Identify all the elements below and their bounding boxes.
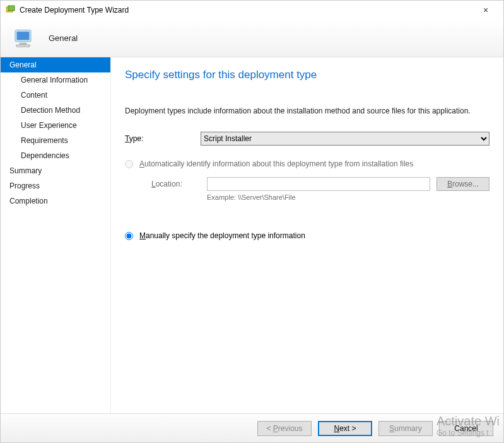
summary-button[interactable]: Summary (378, 421, 433, 436)
sidebar-step-requirements[interactable]: Requirements (1, 133, 110, 148)
auto-identify-row: Automatically identify information about… (125, 159, 489, 168)
content-pane: Specify settings for this deployment typ… (111, 57, 503, 413)
close-button[interactable]: × (473, 5, 498, 15)
sidebar-step-progress[interactable]: Progress (1, 178, 110, 193)
cancel-button[interactable]: Cancel (439, 421, 493, 436)
sidebar-step-completion[interactable]: Completion (1, 193, 110, 209)
page-heading: Specify settings for this deployment typ… (125, 69, 489, 81)
banner: General (1, 20, 503, 57)
svg-rect-4 (20, 42, 27, 44)
location-input[interactable] (207, 177, 430, 191)
computer-icon (12, 26, 37, 51)
svg-rect-1 (8, 6, 15, 11)
titlebar: Create Deployment Type Wizard × (1, 1, 503, 20)
sidebar-step-content[interactable]: Content (1, 88, 110, 103)
auto-identify-radio[interactable] (125, 160, 133, 168)
location-row: Location: Browse... (151, 177, 489, 191)
sidebar-step-detection-method[interactable]: Detection Method (1, 103, 110, 118)
window-title: Create Deployment Type Wizard (20, 6, 473, 14)
sidebar-step-general[interactable]: General (1, 57, 110, 72)
sidebar-step-dependencies[interactable]: Dependencies (1, 148, 110, 163)
previous-button[interactable]: < Previous (257, 421, 312, 436)
svg-rect-3 (17, 32, 30, 40)
wizard-window: Create Deployment Type Wizard × General … (0, 0, 504, 443)
page-description: Deployment types include information abo… (125, 106, 489, 115)
type-select[interactable]: Script Installer (201, 132, 489, 146)
browse-button[interactable]: Browse... (437, 177, 489, 191)
location-example: Example: \\Server\Share\File (207, 193, 489, 201)
sidebar-step-summary[interactable]: Summary (1, 163, 110, 178)
body: General General Information Content Dete… (1, 57, 503, 413)
sidebar-step-user-experience[interactable]: User Experience (1, 118, 110, 133)
svg-rect-5 (16, 45, 30, 47)
sidebar-step-general-information[interactable]: General Information (1, 72, 110, 88)
banner-title: General (49, 33, 78, 43)
manual-specify-radio[interactable] (125, 232, 133, 240)
footer: < Previous Next > Summary Cancel (1, 413, 503, 442)
sidebar: General General Information Content Dete… (1, 57, 111, 413)
next-button[interactable]: Next > (318, 421, 372, 436)
auto-identify-label: Automatically identify information about… (139, 159, 413, 168)
type-label: Type: (125, 134, 201, 143)
manual-specify-row: Manually specify the deployment type inf… (125, 231, 489, 240)
manual-specify-label: Manually specify the deployment type inf… (139, 231, 305, 240)
type-row: Type: Script Installer (125, 132, 489, 146)
location-label: Location: (151, 180, 201, 188)
app-icon (6, 5, 16, 15)
